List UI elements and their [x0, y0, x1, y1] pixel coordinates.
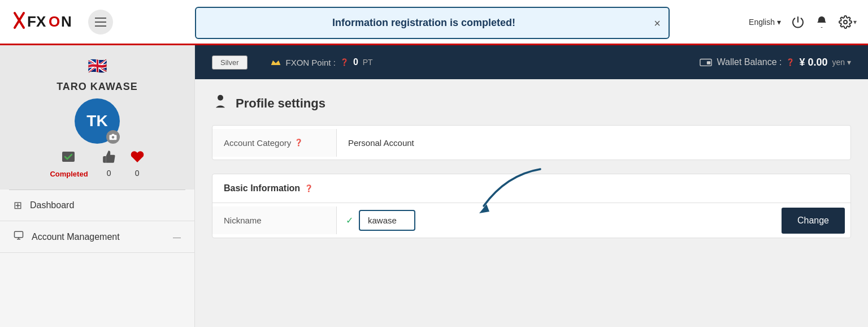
wallet-balance-item: Wallet Balance : ❓ ¥ 0.00 yen ▾ [700, 57, 851, 68]
language-label: English [749, 18, 775, 27]
profile-content: Account Category ❓ Personal Account Basi… [195, 125, 868, 269]
content-area: Silver FXON Point : ❓ 0 PT Wallet Balanc… [195, 45, 868, 327]
notification-close-button[interactable]: × [654, 16, 661, 29]
hamburger-line-2 [95, 21, 106, 23]
avatar-initials: TK [86, 112, 107, 130]
stat-likes: 0 [102, 149, 116, 178]
account-management-arrow: — [173, 233, 181, 242]
sidebar-item-account-management[interactable]: Account Management — [0, 221, 194, 253]
svg-text:O: O [49, 13, 60, 30]
likes-icon [102, 149, 116, 167]
settings-button[interactable] [839, 15, 852, 29]
wallet-help[interactable]: ❓ [786, 58, 795, 66]
svg-rect-8 [15, 231, 23, 238]
stat-completed: Completed [50, 149, 88, 178]
sidebar: 🇬🇧 TARO KAWASE TK [0, 45, 195, 327]
fxon-point-unit: PT [363, 58, 373, 67]
profile-title: Profile settings [236, 96, 326, 111]
basic-info-label: Basic Information [224, 183, 300, 193]
language-selector[interactable]: English ▾ [749, 18, 781, 27]
crown-icon [270, 58, 281, 67]
power-button[interactable] [791, 15, 805, 29]
nav-right: English ▾ ▾ [749, 15, 857, 29]
user-flag: 🇬🇧 [88, 57, 107, 75]
basic-info-header: Basic Information ❓ [212, 174, 850, 203]
completed-label: Completed [50, 170, 88, 178]
nickname-row: Nickname ✓ kawase Change [212, 203, 850, 238]
wallet-value: ¥ 0.00 [799, 57, 827, 68]
favorites-icon [130, 149, 145, 167]
account-management-icon [14, 230, 24, 243]
profile-header: Profile settings [195, 79, 868, 125]
change-button[interactable]: Change [782, 208, 845, 234]
check-icon: ✓ [346, 215, 353, 226]
wallet-icon [700, 57, 712, 67]
user-name: TARO KAWASE [57, 81, 138, 93]
top-nav: FX O N Information registration is compl… [0, 0, 868, 45]
svg-rect-7 [62, 152, 75, 162]
nickname-input-area: ✓ kawase [337, 203, 568, 238]
svg-point-6 [112, 136, 115, 139]
settings-dropdown-arrow: ▾ [853, 18, 857, 26]
fxon-point-help[interactable]: ❓ [340, 58, 349, 66]
yen-unit: yen [832, 58, 845, 67]
svg-marker-11 [271, 61, 280, 65]
user-section: 🇬🇧 TARO KAWASE TK [0, 45, 194, 190]
svg-point-14 [218, 95, 223, 101]
notification-message: Information registration is completed! [332, 17, 515, 29]
sidebar-nav: ⊞ Dashboard Account Management — [0, 190, 194, 253]
notifications-button[interactable] [815, 15, 828, 29]
logo-area: FX O N [11, 8, 113, 36]
notification-banner: Information registration is completed! × [195, 7, 670, 39]
nickname-input-box: kawase [359, 210, 415, 231]
fxon-point-item: FXON Point : ❓ 0 PT [270, 57, 373, 67]
info-bar: Silver FXON Point : ❓ 0 PT Wallet Balanc… [195, 45, 868, 79]
fxon-point-label: FXON Point : [286, 58, 336, 67]
account-category-label: Account Category [224, 138, 291, 148]
nickname-label-cell: Nickname [212, 206, 337, 234]
wallet-balance-label: Wallet Balance : [717, 57, 782, 67]
basic-info-help[interactable]: ❓ [305, 184, 313, 192]
silver-badge: Silver [212, 55, 248, 70]
nickname-label: Nickname [224, 216, 262, 225]
camera-badge[interactable] [106, 130, 120, 144]
svg-text:FX: FX [27, 13, 46, 30]
likes-count: 0 [107, 169, 111, 178]
stat-favorites: 0 [130, 149, 145, 178]
account-category-value: Personal Account [337, 129, 850, 157]
completed-icon [61, 149, 77, 169]
account-category-label-cell: Account Category ❓ [212, 129, 337, 157]
account-category-help[interactable]: ❓ [294, 139, 303, 147]
stats-row: Completed 0 [11, 149, 183, 178]
fxon-point-value: 0 [353, 57, 358, 67]
settings-group[interactable]: ▾ [839, 15, 857, 29]
yen-unit-dropdown[interactable]: yen ▾ [832, 58, 851, 67]
svg-text:N: N [61, 13, 72, 30]
account-category-row: Account Category ❓ Personal Account [212, 126, 850, 160]
fxon-logo: FX O N [11, 8, 79, 36]
dashboard-icon: ⊞ [14, 199, 22, 212]
account-management-label: Account Management [32, 232, 120, 242]
hamburger-line-1 [95, 18, 106, 19]
avatar-container: TK [75, 98, 120, 144]
nickname-value: kawase [368, 216, 397, 225]
svg-point-5 [844, 20, 847, 24]
profile-icon [212, 93, 229, 114]
favorites-count: 0 [135, 169, 140, 178]
hamburger-button[interactable] [88, 10, 113, 35]
lang-dropdown-icon: ▾ [777, 18, 781, 27]
svg-rect-13 [707, 61, 710, 64]
sidebar-item-dashboard[interactable]: ⊞ Dashboard [0, 190, 194, 221]
hamburger-line-3 [95, 25, 106, 27]
basic-info-section: Basic Information ❓ Nickname ✓ kawase [212, 174, 851, 238]
main-layout: 🇬🇧 TARO KAWASE TK [0, 45, 868, 327]
dashboard-label: Dashboard [30, 200, 74, 210]
account-category-section: Account Category ❓ Personal Account [212, 125, 851, 160]
